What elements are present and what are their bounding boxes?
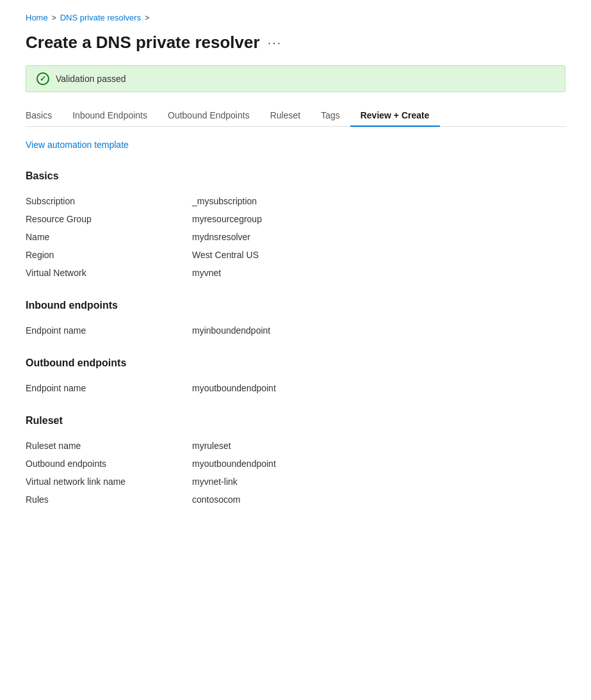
tab-inbound-endpoints[interactable]: Inbound Endpoints xyxy=(62,105,158,127)
field-label: Outbound endpoints xyxy=(26,455,192,473)
table-row: Resource Groupmyresourcegroup xyxy=(26,210,565,228)
field-label: Resource Group xyxy=(26,210,192,228)
field-label: Virtual Network xyxy=(26,264,192,282)
field-value: myresourcegroup xyxy=(192,210,565,228)
basics-section-title: Basics xyxy=(26,170,565,182)
ruleset-table: Ruleset namemyrulesetOutbound endpointsm… xyxy=(26,437,565,509)
field-value: West Central US xyxy=(192,246,565,264)
field-label: Name xyxy=(26,228,192,246)
validation-text: Validation passed xyxy=(56,74,125,84)
tab-review-create[interactable]: Review + Create xyxy=(350,105,440,127)
field-value: myruleset xyxy=(192,437,565,455)
table-row: Ruleset namemyruleset xyxy=(26,437,565,455)
tab-basics[interactable]: Basics xyxy=(26,105,62,127)
breadcrumb-home[interactable]: Home xyxy=(26,13,48,22)
field-label: Region xyxy=(26,246,192,264)
breadcrumb: Home > DNS private resolvers > xyxy=(26,13,565,22)
breadcrumb-dns-resolvers[interactable]: DNS private resolvers xyxy=(60,13,141,22)
table-row: Outbound endpointsmyoutboundendpoint xyxy=(26,455,565,473)
outbound-table: Endpoint namemyoutboundendpoint xyxy=(26,379,565,397)
breadcrumb-sep2: > xyxy=(145,13,149,22)
tab-outbound-endpoints[interactable]: Outbound Endpoints xyxy=(158,105,260,127)
ellipsis-menu-button[interactable]: ··· xyxy=(268,35,282,50)
table-row: Endpoint namemyoutboundendpoint xyxy=(26,379,565,397)
field-value: myoutboundendpoint xyxy=(192,379,565,397)
basics-table: Subscription_mysubscriptionResource Grou… xyxy=(26,192,565,282)
table-row: RegionWest Central US xyxy=(26,246,565,264)
table-row: Virtual Networkmyvnet xyxy=(26,264,565,282)
field-label: Endpoint name xyxy=(26,322,192,339)
validation-check-icon xyxy=(36,72,49,85)
table-row: Namemydnsresolver xyxy=(26,228,565,246)
page-title: Create a DNS private resolver xyxy=(26,33,260,53)
field-value: myoutboundendpoint xyxy=(192,455,565,473)
inbound-section: Inbound endpoints Endpoint namemyinbound… xyxy=(26,300,565,339)
field-label: Rules xyxy=(26,491,192,509)
field-value: myvnet-link xyxy=(192,473,565,491)
view-automation-link[interactable]: View automation template xyxy=(26,140,129,150)
tab-tags[interactable]: Tags xyxy=(311,105,350,127)
tab-ruleset[interactable]: Ruleset xyxy=(260,105,311,127)
field-value: myvnet xyxy=(192,264,565,282)
field-value: mydnsresolver xyxy=(192,228,565,246)
field-label: Ruleset name xyxy=(26,437,192,455)
field-label: Virtual network link name xyxy=(26,473,192,491)
validation-banner: Validation passed xyxy=(26,65,565,92)
inbound-section-title: Inbound endpoints xyxy=(26,300,565,311)
field-value: myinboundendpoint xyxy=(192,322,565,339)
table-row: Endpoint namemyinboundendpoint xyxy=(26,322,565,339)
field-label: Subscription xyxy=(26,192,192,210)
field-value: _mysubscription xyxy=(192,192,565,210)
table-row: Rulescontosocom xyxy=(26,491,565,509)
tab-bar: Basics Inbound Endpoints Outbound Endpoi… xyxy=(26,105,565,127)
ruleset-section: Ruleset Ruleset namemyrulesetOutbound en… xyxy=(26,415,565,509)
inbound-table: Endpoint namemyinboundendpoint xyxy=(26,322,565,339)
table-row: Subscription_mysubscription xyxy=(26,192,565,210)
outbound-section: Outbound endpoints Endpoint namemyoutbou… xyxy=(26,357,565,397)
table-row: Virtual network link namemyvnet-link xyxy=(26,473,565,491)
field-label: Endpoint name xyxy=(26,379,192,397)
ruleset-section-title: Ruleset xyxy=(26,415,565,427)
breadcrumb-sep1: > xyxy=(52,13,56,22)
basics-section: Basics Subscription_mysubscriptionResour… xyxy=(26,170,565,282)
outbound-section-title: Outbound endpoints xyxy=(26,357,565,369)
field-value: contosocom xyxy=(192,491,565,509)
